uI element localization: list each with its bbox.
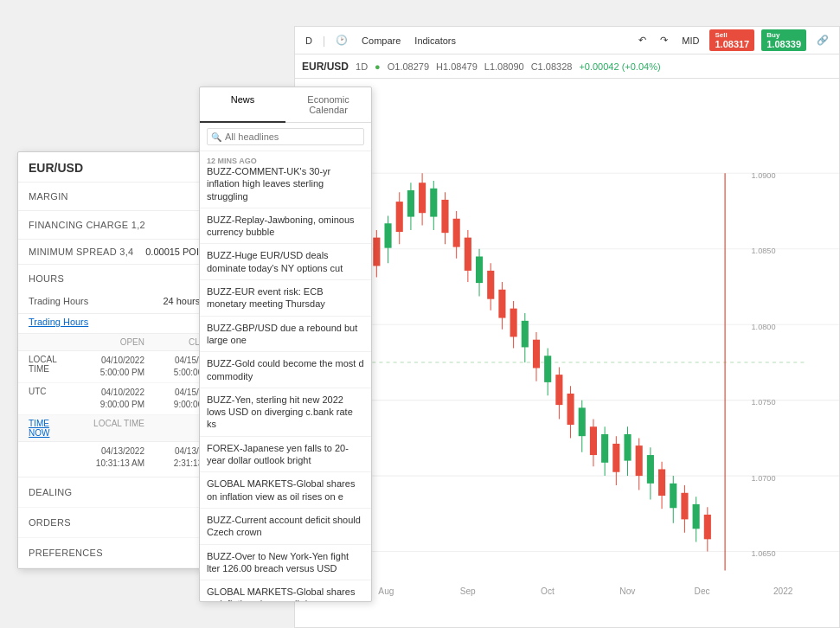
svg-rect-40 bbox=[487, 271, 494, 299]
min-spread-label: MINIMUM SPREAD 3,4 bbox=[29, 247, 134, 257]
undo-btn[interactable]: ↶ bbox=[635, 33, 650, 48]
svg-rect-54 bbox=[567, 394, 574, 425]
news-item-title: BUZZ-GBP/USD due a rebound but large one bbox=[207, 322, 364, 347]
buy-label: Buy bbox=[766, 31, 801, 39]
preferences-label: PREFERENCES bbox=[29, 548, 103, 558]
news-item-title: FOREX-Japanese yen falls to 20-year doll… bbox=[207, 442, 364, 467]
news-item[interactable]: BUZZ-Gold could become the most d commod… bbox=[200, 352, 371, 388]
chart-area: D | 🕑 Compare Indicators ↶ ↷ MID Sell 1.… bbox=[294, 26, 840, 628]
news-search-input[interactable] bbox=[207, 128, 364, 145]
th-empty bbox=[29, 337, 71, 347]
mid-btn[interactable]: MID bbox=[678, 34, 702, 48]
interval-btn[interactable]: 🕑 bbox=[332, 33, 351, 48]
search-icon: 🔍 bbox=[211, 132, 221, 142]
svg-rect-42 bbox=[498, 290, 505, 318]
instrument-panel: EUR/USD MARGIN + FINANCING CHARGE 1,2 + … bbox=[17, 151, 229, 569]
svg-rect-22 bbox=[384, 223, 391, 247]
svg-rect-32 bbox=[441, 200, 448, 233]
news-item[interactable]: 12 MINS AGOBUZZ-COMMENT-UK's 30-yr infla… bbox=[200, 151, 371, 208]
svg-text:Nov: Nov bbox=[619, 585, 636, 595]
news-item[interactable]: GLOBAL MARKETS-Global shares on inflatio… bbox=[200, 472, 371, 509]
news-item-title: BUZZ-COMMENT-UK's 30-yr inflation high l… bbox=[207, 165, 364, 202]
news-item[interactable]: BUZZ-Huge EUR/USD deals dominate today's… bbox=[200, 244, 371, 280]
link-btn[interactable]: 🔗 bbox=[813, 33, 832, 48]
svg-rect-24 bbox=[396, 202, 403, 232]
news-item[interactable]: BUZZ-Replay-Jawboning, ominous currency … bbox=[200, 208, 371, 245]
svg-rect-36 bbox=[465, 238, 471, 271]
svg-text:1.0750: 1.0750 bbox=[752, 397, 776, 407]
bottom-sections: DEALING + ORDERS + PREFERENCES + bbox=[18, 477, 228, 568]
trading-hours-link[interactable]: Trading Hours bbox=[29, 317, 88, 327]
time-now-row: 04/13/202210:31:13 AM 04/13/20222:31:13 … bbox=[18, 442, 228, 477]
buy-price-badge[interactable]: Buy 1.08339 bbox=[761, 29, 806, 51]
news-search: 🔍 bbox=[200, 123, 371, 151]
svg-rect-28 bbox=[419, 183, 426, 213]
svg-rect-68 bbox=[647, 455, 654, 484]
svg-rect-70 bbox=[658, 469, 665, 496]
redo-btn[interactable]: ↷ bbox=[657, 33, 671, 48]
utc-open: 04/10/20229:00:00 PM bbox=[71, 387, 144, 411]
utc-label: UTC bbox=[29, 387, 71, 411]
trading-hours-table-header: OPEN CLOSE bbox=[18, 334, 228, 351]
news-item-title: BUZZ-EUR event risk: ECB monetary meetin… bbox=[207, 285, 364, 311]
orders-row: ORDERS + bbox=[18, 508, 228, 538]
tab-news[interactable]: News bbox=[200, 87, 285, 123]
chart-canvas[interactable]: Aug Sep Oct Nov Dec 2022 1.0900 1.0850 1… bbox=[295, 79, 839, 627]
chart-low: L1.08090 bbox=[484, 61, 524, 72]
svg-text:1.0700: 1.0700 bbox=[752, 472, 776, 482]
timeframe-d-btn[interactable]: D bbox=[302, 34, 316, 48]
news-item[interactable]: FOREX-Japanese yen falls to 20-year doll… bbox=[200, 437, 371, 473]
compare-btn[interactable]: Compare bbox=[358, 34, 404, 48]
news-item[interactable]: BUZZ-Over to New York-Yen fight lter 126… bbox=[200, 545, 371, 581]
financing-row: FINANCING CHARGE 1,2 + bbox=[18, 211, 228, 239]
min-spread-row: MINIMUM SPREAD 3,4 0.00015 POINTS bbox=[18, 240, 228, 264]
tab-economic-calendar[interactable]: Economic Calendar bbox=[285, 87, 371, 122]
svg-rect-50 bbox=[544, 356, 551, 382]
trading-hours-main: Trading Hours 24 hours/day bbox=[18, 292, 228, 314]
news-item[interactable]: BUZZ-Yen, sterling hit new 2022 lows USD… bbox=[200, 388, 371, 437]
chart-symbol: EUR/USD bbox=[302, 61, 349, 73]
news-item[interactable]: GLOBAL MARKETS-Global shares on inflatio… bbox=[200, 580, 371, 601]
chart-open: O1.08279 bbox=[388, 61, 429, 72]
local-time-label: LOCAL TIME bbox=[29, 355, 71, 379]
time-now-local-col: LOCAL TIME bbox=[71, 419, 144, 438]
svg-text:Dec: Dec bbox=[695, 585, 710, 595]
sell-label: Sell bbox=[715, 31, 749, 39]
symbol-bar: EUR/USD 1D ● O1.08279 H1.08479 L1.08090 … bbox=[295, 54, 839, 79]
svg-text:2022: 2022 bbox=[773, 585, 793, 595]
time-now-col[interactable]: Time Now bbox=[29, 419, 71, 438]
news-item-title: GLOBAL MARKETS-Global shares on inflatio… bbox=[207, 477, 364, 503]
preferences-row: PREFERENCES + bbox=[18, 538, 228, 568]
margin-label: MARGIN bbox=[29, 191, 68, 202]
news-item[interactable]: BUZZ-EUR event risk: ECB monetary meetin… bbox=[200, 280, 371, 317]
local-time-open: 04/10/20225:00:00 PM bbox=[71, 355, 144, 379]
svg-rect-62 bbox=[612, 444, 619, 472]
time-now-local-value: 04/13/202210:31:13 AM bbox=[71, 445, 144, 470]
svg-rect-20 bbox=[373, 238, 380, 266]
buy-price: 1.08339 bbox=[766, 39, 801, 49]
news-item[interactable]: BUZZ-GBP/USD due a rebound but large one bbox=[200, 317, 371, 353]
hours-label: HOURS bbox=[29, 273, 64, 284]
news-item[interactable]: BUZZ-Current account deficit should Czec… bbox=[200, 509, 371, 545]
svg-rect-30 bbox=[430, 189, 437, 217]
svg-rect-52 bbox=[555, 375, 562, 405]
svg-rect-74 bbox=[681, 493, 688, 520]
news-item-time: 12 MINS AGO bbox=[207, 157, 364, 165]
time-now-header: Time Now LOCAL TIME UTC bbox=[18, 415, 228, 442]
svg-rect-46 bbox=[522, 321, 529, 348]
svg-rect-58 bbox=[590, 426, 597, 455]
svg-rect-78 bbox=[704, 515, 711, 539]
news-item-title: BUZZ-Huge EUR/USD deals dominate today's… bbox=[207, 249, 364, 274]
svg-text:1.0850: 1.0850 bbox=[752, 246, 776, 255]
news-tabs: News Economic Calendar bbox=[200, 87, 371, 123]
svg-text:Oct: Oct bbox=[541, 585, 555, 595]
svg-rect-26 bbox=[407, 190, 414, 217]
dealing-label: DEALING bbox=[29, 487, 72, 497]
indicators-btn[interactable]: Indicators bbox=[411, 34, 459, 48]
svg-text:1.0800: 1.0800 bbox=[752, 321, 776, 330]
sell-price-badge[interactable]: Sell 1.08317 bbox=[709, 29, 754, 51]
utc-row: UTC 04/10/20229:00:00 PM 04/15/20229:00:… bbox=[18, 383, 228, 415]
svg-text:Aug: Aug bbox=[378, 585, 394, 595]
dot-indicator: ● bbox=[375, 61, 381, 72]
chart-change: +0.00042 (+0.04%) bbox=[579, 61, 660, 72]
